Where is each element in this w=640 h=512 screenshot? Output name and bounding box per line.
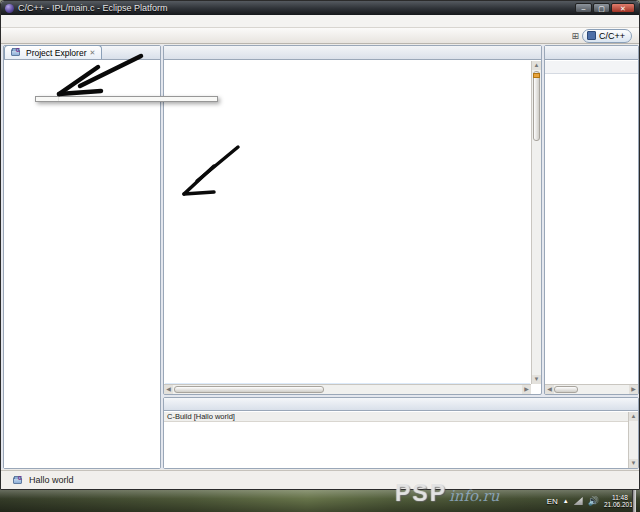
cpp-perspective-icon [587,31,596,40]
project-explorer-title: Project Explorer [26,48,86,58]
minimize-button[interactable]: – [575,3,592,13]
outline-horizontal-scrollbar[interactable]: ◀ ▶ [545,384,638,394]
maximize-button[interactable]: ▢ [593,3,610,13]
outline-list [545,75,638,384]
console-output[interactable] [164,423,628,468]
window-title: C/C++ - IPL/main.c - Eclipse Platform [18,1,575,15]
console-tab-bar [164,398,638,411]
project-context-menu [35,96,218,102]
editor-vertical-scrollbar[interactable]: ▲ ▼ [531,61,541,384]
main-toolbar: ⊞ C/C++ [1,28,639,44]
c-project-icon [13,477,22,484]
console-view: C-Build [Hallo world] ▲ ▼ [163,397,639,469]
eclipse-window: C/C++ - IPL/main.c - Eclipse Platform –▢… [0,0,640,490]
scroll-left-arrow[interactable]: ◀ [164,385,173,394]
scroll-left-arrow[interactable]: ◀ [545,385,554,394]
scrollbar-thumb[interactable] [554,386,578,393]
editor-tab-bar [164,46,541,60]
console-description: C-Build [Hallo world] [164,412,638,422]
outline-toolbar [545,61,638,74]
console-vertical-scrollbar[interactable]: ▲ ▼ [628,412,638,468]
code-editor[interactable] [164,61,531,384]
show-desktop-button[interactable] [632,490,636,512]
annotation-marker [533,73,540,78]
perspective-label: C/C++ [599,31,625,41]
scroll-up-arrow[interactable]: ▲ [629,412,638,421]
scroll-down-arrow[interactable]: ▼ [629,459,638,468]
status-selection: Hallo world [13,475,74,485]
editor-horizontal-scrollbar[interactable]: ◀ ▶ [164,384,531,394]
scroll-up-arrow[interactable]: ▲ [532,61,541,70]
outline-tab-bar [545,46,638,60]
scrollbar-thumb[interactable] [174,386,324,393]
language-indicator[interactable]: EN [547,497,558,506]
status-selection-label: Hallo world [29,475,74,485]
system-tray: EN ▲ 🔊 11:48 21.06.2011 [547,490,636,512]
project-explorer-view: Project Explorer ✕ [3,45,161,469]
scroll-right-arrow[interactable]: ▶ [629,385,638,394]
close-button[interactable]: ✕ [611,3,635,13]
editor-area: ▲ ▼ ◀ ▶ [163,45,542,395]
window-buttons: –▢✕ [575,3,635,13]
title-bar[interactable]: C/C++ - IPL/main.c - Eclipse Platform –▢… [1,1,639,15]
desktop: C/C++ - IPL/main.c - Eclipse Platform –▢… [0,0,640,512]
menu-bar [1,15,639,28]
close-icon[interactable]: ✕ [89,49,95,57]
project-tree [4,61,160,468]
status-bar: Hallo world [1,470,639,489]
eclipse-app-icon [5,4,14,13]
project-explorer-tab-bar: Project Explorer ✕ [4,46,160,60]
volume-icon[interactable]: 🔊 [588,496,599,506]
scroll-right-arrow[interactable]: ▶ [522,385,531,394]
tab-project-explorer[interactable]: Project Explorer ✕ [4,45,102,59]
workbench: Project Explorer ✕ ▲ ▼ [1,45,639,469]
windows-taskbar: EN ▲ 🔊 11:48 21.06.2011 [0,490,640,512]
open-perspective-icon[interactable]: ⊞ [571,31,579,41]
outline-view: ◀ ▶ [544,45,639,395]
perspective-cpp-button[interactable]: C/C++ [582,29,632,43]
network-icon[interactable] [574,497,583,505]
perspective-bar: ⊞ C/C++ [571,29,636,43]
scrollbar-thumb[interactable] [533,71,540,141]
scroll-down-arrow[interactable]: ▼ [532,375,541,384]
tray-expand-icon[interactable]: ▲ [563,498,569,504]
clock-time: 11:48 [612,494,628,501]
project-explorer-icon [11,49,20,56]
